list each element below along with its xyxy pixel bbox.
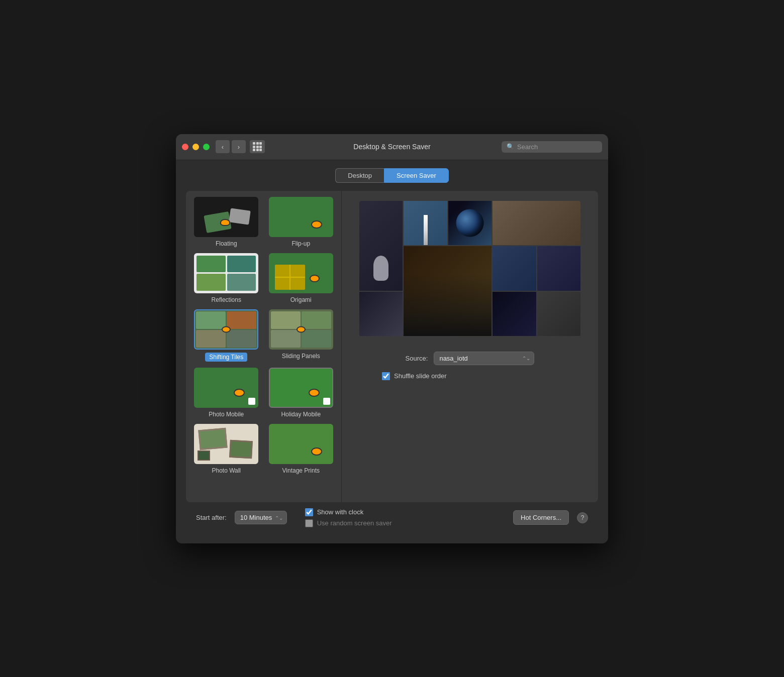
close-button[interactable] [182, 144, 188, 150]
bottom-checkboxes: Show with clock Use random screen saver [305, 508, 392, 527]
tabs-bar: Desktop Screen Saver [186, 168, 598, 183]
search-icon: 🔍 [507, 143, 514, 150]
preview-area: Source: nasa_iotd National Geographic Ap… [342, 191, 598, 502]
screensaver-item-flipup[interactable]: Flip-up [267, 197, 336, 247]
start-after-label: Start after: [196, 514, 227, 521]
photo-cell-6 [404, 246, 492, 336]
bottom-bar: Start after: 1 Minute 2 Minutes 5 Minute… [186, 502, 598, 533]
photo-cell-3 [448, 201, 492, 246]
titlebar: ‹ › Desktop & Screen Saver 🔍 [176, 134, 608, 160]
main-panel: Floating Flip-up Reflections [186, 191, 598, 502]
photo-cell-8 [537, 246, 580, 291]
show-clock-checkbox[interactable] [305, 508, 313, 516]
content-area: Desktop Screen Saver Floating [176, 160, 608, 543]
label-holiday-mobile: Holiday Mobile [281, 411, 321, 418]
source-label: Source: [406, 355, 428, 362]
label-photo-mobile: Photo Mobile [209, 411, 244, 418]
grid-button[interactable] [250, 140, 265, 153]
start-after-wrapper: 1 Minute 2 Minutes 5 Minutes 10 Minutes … [235, 511, 287, 524]
thumb-flipup [269, 197, 333, 237]
thumb-photomobile [194, 368, 258, 408]
maximize-button[interactable] [203, 144, 210, 150]
source-row: Source: nasa_iotd National Geographic Ap… [406, 352, 535, 365]
grid-icon [253, 142, 262, 151]
back-button[interactable]: ‹ [216, 140, 230, 153]
photo-cell-4 [493, 201, 580, 246]
photo-cell-10 [537, 292, 580, 336]
thumb-holidaymobile [269, 368, 333, 408]
screensaver-item-reflections[interactable]: Reflections [192, 253, 261, 303]
main-window: ‹ › Desktop & Screen Saver 🔍 Desktop Scr… [176, 134, 608, 543]
screensaver-item-origami[interactable]: Origami [267, 253, 336, 303]
source-select-wrapper: nasa_iotd National Geographic Apple My P… [434, 352, 534, 365]
random-saver-label: Use random screen saver [317, 519, 392, 527]
label-shifting-tiles: Shifting Tiles [205, 353, 247, 362]
search-input[interactable] [517, 143, 597, 151]
photo-cell-7 [493, 246, 536, 291]
thumb-photowall [194, 424, 258, 464]
thumb-vintage [269, 424, 333, 464]
screensaver-item-photo-wall[interactable]: Photo Wall [192, 424, 261, 474]
help-button[interactable]: ? [577, 512, 588, 523]
show-clock-row: Show with clock [305, 508, 392, 516]
photo-cell-9 [493, 292, 536, 336]
label-floating: Floating [216, 240, 237, 247]
screensaver-item-floating[interactable]: Floating [192, 197, 261, 247]
source-select[interactable]: nasa_iotd National Geographic Apple My P… [434, 352, 534, 365]
label-reflections: Reflections [212, 296, 241, 303]
show-clock-label: Show with clock [317, 508, 363, 516]
photo-cell-5 [359, 292, 403, 336]
label-origami: Origami [290, 296, 312, 303]
random-saver-checkbox[interactable] [305, 519, 313, 527]
forward-button[interactable]: › [232, 140, 246, 153]
search-box[interactable]: 🔍 [502, 141, 602, 153]
thumb-shifting [194, 309, 258, 350]
photo-cell-1 [359, 201, 403, 291]
thumb-floating [194, 197, 258, 237]
tab-screensaver[interactable]: Screen Saver [384, 168, 449, 183]
label-flipup: Flip-up [291, 240, 310, 247]
label-photo-wall: Photo Wall [212, 467, 241, 474]
traffic-lights [182, 144, 210, 150]
window-title: Desktop & Screen Saver [353, 143, 430, 151]
start-after-select[interactable]: 1 Minute 2 Minutes 5 Minutes 10 Minutes … [235, 511, 287, 524]
tab-desktop[interactable]: Desktop [335, 168, 384, 183]
screensaver-list: Floating Flip-up Reflections [186, 191, 342, 502]
nav-buttons: ‹ › [216, 140, 265, 153]
label-vintage-prints: Vintage Prints [282, 467, 320, 474]
shuffle-row: Shuffle slide order [382, 372, 447, 380]
random-saver-row: Use random screen saver [305, 519, 392, 527]
label-sliding-panels: Sliding Panels [282, 353, 320, 360]
thumb-sliding [269, 309, 333, 350]
thumb-reflections [194, 253, 258, 293]
minimize-button[interactable] [192, 144, 199, 150]
shuffle-label: Shuffle slide order [394, 372, 447, 380]
shuffle-checkbox[interactable] [382, 372, 390, 380]
screensaver-item-photo-mobile[interactable]: Photo Mobile [192, 368, 261, 418]
screensaver-item-sliding-panels[interactable]: Sliding Panels [267, 309, 336, 362]
photo-grid-preview [359, 201, 580, 336]
screensaver-item-shifting-tiles[interactable]: Shifting Tiles [192, 309, 261, 362]
photo-cell-2 [404, 201, 447, 246]
thumb-origami [269, 253, 333, 293]
hot-corners-button[interactable]: Hot Corners... [513, 510, 569, 525]
screensaver-item-vintage-prints[interactable]: Vintage Prints [267, 424, 336, 474]
screensaver-item-holiday-mobile[interactable]: Holiday Mobile [267, 368, 336, 418]
preview-controls: Source: nasa_iotd National Geographic Ap… [352, 352, 588, 380]
